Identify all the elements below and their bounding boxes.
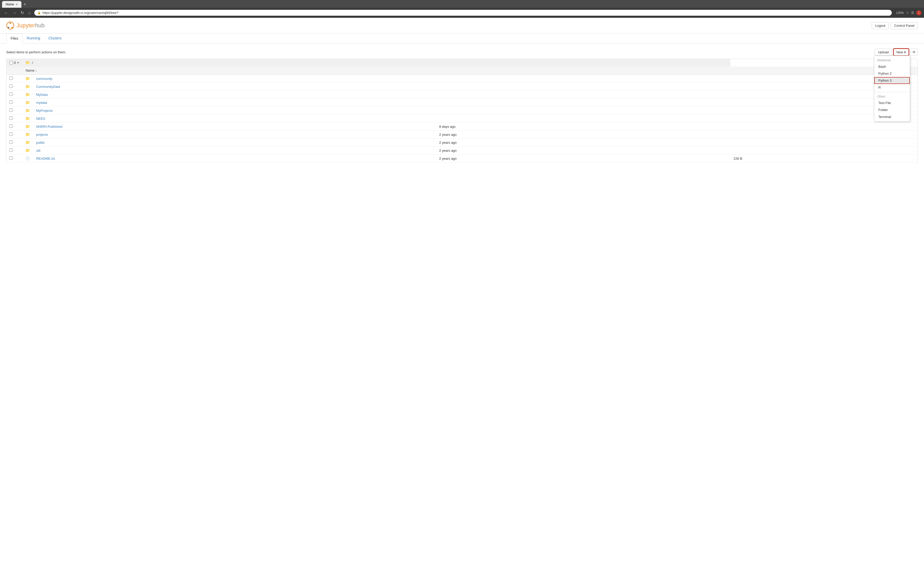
row-name-cell: CommunityData: [33, 83, 436, 91]
table-row: 📁 public 2 years ago: [6, 139, 918, 147]
row-icon-cell: 📁: [23, 99, 33, 106]
row-checkbox[interactable]: [10, 76, 13, 80]
row-checkbox-cell: [6, 83, 23, 91]
file-link[interactable]: CommunityData: [36, 85, 60, 89]
file-link[interactable]: community: [36, 77, 52, 81]
zoom-level: 130%: [896, 11, 904, 15]
row-modified-cell: [436, 75, 730, 83]
control-panel-button[interactable]: Control Panel: [891, 22, 918, 29]
row-icon-cell: 📁: [23, 147, 33, 155]
row-modified-cell: [436, 99, 730, 106]
row-modified-cell: 2 years ago: [436, 139, 730, 147]
row-icon-cell: 📁: [23, 114, 33, 122]
table-row: 📁 NHERI-Published 8 days ago: [6, 122, 918, 131]
lock-icon: 🔒: [37, 11, 41, 15]
row-checkbox-cell: [6, 155, 23, 163]
row-checkbox-cell: [6, 147, 23, 155]
select-all-checkbox[interactable]: [10, 61, 13, 64]
refresh-button[interactable]: ↻: [19, 9, 26, 16]
sort-header[interactable]: Name ↓: [26, 69, 433, 73]
row-name-cell: NEES: [33, 114, 436, 122]
row-checkbox[interactable]: [10, 84, 13, 88]
row-checkbox-cell: [6, 75, 23, 83]
menu-icon[interactable]: ☰: [911, 11, 914, 15]
logo-text: Jupyterhub: [16, 22, 45, 29]
row-icon-cell: 📁: [23, 106, 33, 114]
new-button[interactable]: New ▾: [893, 49, 909, 56]
file-link[interactable]: public: [36, 141, 45, 145]
tab-close-icon[interactable]: ✕: [16, 3, 18, 6]
name-column-label: Name: [26, 69, 34, 73]
dropdown-terminal[interactable]: Terminal: [874, 113, 910, 120]
row-checkbox[interactable]: [10, 156, 13, 160]
table-row: 📁 util 2 years ago: [6, 147, 918, 155]
row-checkbox-cell: [6, 91, 23, 99]
header-actions: Logout Control Panel: [872, 22, 918, 29]
file-link[interactable]: NEES: [36, 117, 45, 121]
row-modified-cell: 2 years ago: [436, 147, 730, 155]
row-name-cell: mydata: [33, 99, 436, 106]
file-link[interactable]: mydata: [36, 101, 47, 105]
row-checkbox[interactable]: [10, 140, 13, 144]
dropdown-python3[interactable]: Python 3: [874, 77, 910, 84]
dropdown-r[interactable]: R: [874, 84, 910, 91]
row-checkbox[interactable]: [10, 92, 13, 96]
row-modified-cell: 8 days ago: [436, 122, 730, 131]
file-link[interactable]: MyProjects: [36, 109, 53, 113]
file-link[interactable]: MyData: [36, 93, 48, 97]
row-checkbox-cell: [6, 139, 23, 147]
logout-button[interactable]: Logout: [872, 22, 888, 29]
breadcrumb-cell: 📁 /: [23, 59, 730, 66]
nav-buttons: ← → ↻ ⌂: [3, 9, 32, 16]
row-modified-cell: [436, 91, 730, 99]
dropdown-folder[interactable]: Folder: [874, 106, 910, 113]
row-name-cell: MyProjects: [33, 106, 436, 114]
address-bar[interactable]: [42, 11, 889, 15]
file-link[interactable]: util: [36, 148, 40, 153]
home-button[interactable]: ⌂: [27, 10, 32, 16]
row-icon-cell: 📁: [23, 83, 33, 91]
back-button[interactable]: ←: [3, 10, 10, 16]
row-modified-cell: 2 years ago: [436, 155, 730, 163]
folder-icon: 📁: [26, 92, 30, 97]
count-dropdown-arrow[interactable]: ▼: [17, 61, 19, 64]
count-select: 0 ▼: [10, 61, 19, 64]
file-link[interactable]: NHERI-Published: [36, 125, 62, 129]
new-tab-icon[interactable]: +: [23, 2, 27, 7]
browser-tab-bar: Home ✕ +: [0, 0, 924, 8]
file-link[interactable]: README.txt: [36, 156, 55, 161]
row-checkbox[interactable]: [10, 148, 13, 152]
profile-icon[interactable]: 1: [916, 10, 921, 15]
row-checkbox-cell: [6, 114, 23, 122]
tab-running[interactable]: Running: [23, 34, 44, 43]
refresh-button[interactable]: ⟳: [910, 49, 918, 56]
row-checkbox[interactable]: [10, 132, 13, 136]
row-size-cell: [730, 131, 918, 139]
row-name-cell: public: [33, 139, 436, 147]
other-section-label: Other:: [874, 93, 910, 100]
table-row: 📁 mydata: [6, 99, 918, 106]
bookmark-icon[interactable]: ☆: [906, 11, 909, 15]
dropdown-textfile[interactable]: Text File: [874, 100, 910, 106]
tab-files[interactable]: Files: [6, 34, 23, 44]
forward-button[interactable]: →: [11, 10, 18, 16]
table-row: 📁 CommunityData: [6, 83, 918, 91]
row-checkbox-cell: [6, 99, 23, 106]
dropdown-bash[interactable]: Bash: [874, 63, 910, 70]
row-checkbox[interactable]: [10, 108, 13, 112]
dropdown-python2[interactable]: Python 2: [874, 70, 910, 77]
select-info: Select items to perform actions on them.: [6, 50, 66, 54]
row-checkbox-cell: [6, 122, 23, 131]
browser-tab[interactable]: Home ✕: [2, 1, 21, 8]
address-bar-container: 🔒: [34, 10, 892, 16]
th-name[interactable]: Name ↓: [23, 66, 436, 75]
table-row: 📁 NEES: [6, 114, 918, 122]
upload-button[interactable]: Upload: [875, 49, 892, 56]
tab-clusters[interactable]: Clusters: [44, 34, 66, 43]
main-tabs: Files Running Clusters: [0, 34, 924, 44]
row-checkbox[interactable]: [10, 116, 13, 120]
file-link[interactable]: projects: [36, 133, 48, 137]
row-checkbox[interactable]: [10, 124, 13, 128]
row-checkbox[interactable]: [10, 100, 13, 104]
row-icon-cell: 📁: [23, 75, 33, 83]
